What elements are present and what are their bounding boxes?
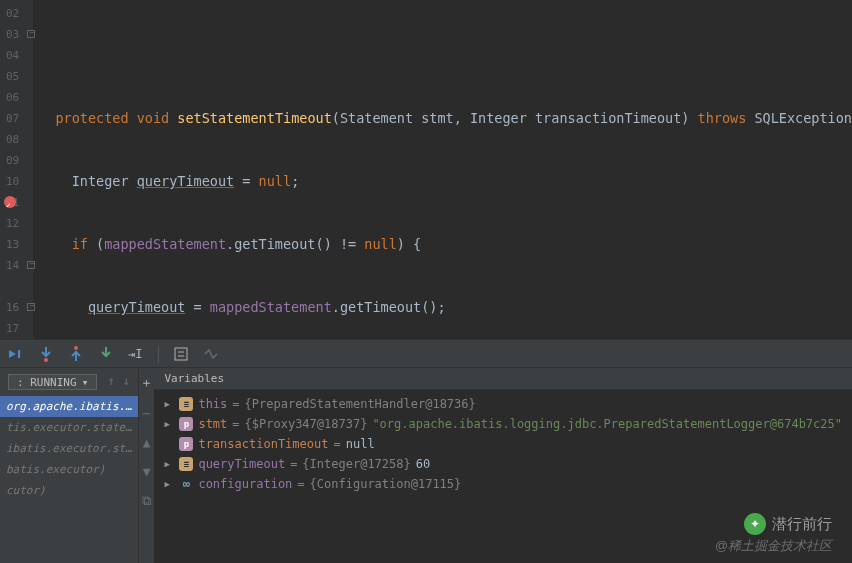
stack-frame[interactable]: ibatis.executor.statement)	[0, 438, 138, 459]
expand-icon[interactable]: ▶	[164, 399, 174, 409]
object-icon: ≡	[179, 397, 193, 411]
watermark: ✦ 潜行前行	[744, 513, 832, 535]
variables-toolbar: ＋ − ▲ ▼ ⧉	[139, 368, 154, 563]
drop-frame-icon[interactable]: ⇥I	[128, 346, 144, 362]
svg-point-2	[74, 346, 78, 350]
debug-panel: : RUNNING▾ ↑ ↓ org.apache.ibatis.executo…	[0, 368, 852, 563]
copy-icon[interactable]: ⧉	[142, 493, 151, 509]
frames-panel: : RUNNING▾ ↑ ↓ org.apache.ibatis.executo…	[0, 368, 139, 563]
thread-dropdown[interactable]: : RUNNING▾	[8, 374, 97, 390]
prev-frame-icon[interactable]: ↑	[107, 374, 114, 390]
evaluate-icon[interactable]	[173, 346, 189, 362]
svg-text:⇥I: ⇥I	[128, 347, 142, 361]
wechat-icon: ✦	[744, 513, 766, 535]
watermark-sub: @稀土掘金技术社区	[715, 537, 832, 555]
code-area[interactable]: protected void setStatementTimeout(State…	[33, 0, 852, 339]
add-watch-icon[interactable]: ＋	[140, 374, 153, 392]
variable-row[interactable]: ▶ ≡ queryTimeout = {Integer@17258} 60	[154, 454, 852, 474]
step-into-icon[interactable]	[38, 346, 54, 362]
svg-rect-4	[175, 348, 187, 360]
step-over-icon[interactable]	[8, 346, 24, 362]
expand-icon[interactable]: ▶	[164, 459, 174, 469]
variable-row[interactable]: p transactionTimeout = null	[154, 434, 852, 454]
next-frame-icon[interactable]: ↓	[123, 374, 130, 390]
link-icon: ∞	[179, 477, 193, 491]
svg-point-1	[44, 358, 48, 362]
variables-header: Variables	[154, 368, 852, 390]
variable-row[interactable]: ▶ ∞ configuration = {Configuration@17115…	[154, 474, 852, 494]
expand-icon[interactable]: ▶	[164, 479, 174, 489]
breakpoint-icon[interactable]	[4, 196, 16, 208]
stack-frame[interactable]: org.apache.ibatis.executor.statement)	[0, 396, 138, 417]
stack-frame[interactable]: batis.executor)	[0, 459, 138, 480]
trace-icon[interactable]	[203, 346, 219, 362]
variable-row[interactable]: ▶ ≡ this = {PreparedStatementHandler@187…	[154, 394, 852, 414]
chevron-down-icon: ▾	[82, 376, 89, 389]
debug-toolbar: ⇥I	[0, 340, 852, 368]
svg-rect-0	[18, 350, 20, 358]
fold-column	[25, 0, 33, 339]
line-gutter: 02 03 04 05 06 07 08 09 10 11 12 13 14 1…	[0, 0, 25, 339]
remove-watch-icon[interactable]: −	[143, 406, 151, 421]
move-down-icon[interactable]: ▼	[143, 464, 151, 479]
run-to-cursor-icon[interactable]	[98, 346, 114, 362]
object-icon: ≡	[179, 457, 193, 471]
variable-row[interactable]: ▶ p stmt = {$Proxy347@18737} "org.apache…	[154, 414, 852, 434]
code-editor[interactable]: 02 03 04 05 06 07 08 09 10 11 12 13 14 1…	[0, 0, 852, 340]
move-up-icon[interactable]: ▲	[143, 435, 151, 450]
stack-frame[interactable]: tis.executor.statement)	[0, 417, 138, 438]
param-icon: p	[179, 437, 193, 451]
param-icon: p	[179, 417, 193, 431]
expand-icon[interactable]: ▶	[164, 419, 174, 429]
step-out-icon[interactable]	[68, 346, 84, 362]
stack-frame[interactable]: cutor)	[0, 480, 138, 501]
